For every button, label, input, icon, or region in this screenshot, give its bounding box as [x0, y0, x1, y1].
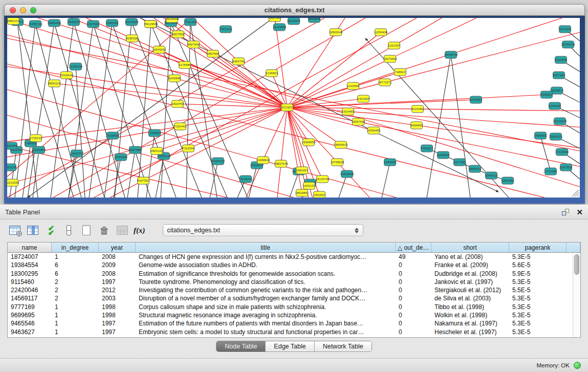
table-cell-pagerank[interactable]: 5.3E-5 — [509, 278, 567, 286]
graph-node[interactable]: 10688609 — [256, 157, 270, 164]
table-mode-icon[interactable] — [62, 224, 75, 237]
table-cell-short[interactable]: de Silva et al. (2003) — [431, 294, 509, 302]
graph-node[interactable]: 16210643 — [553, 118, 567, 125]
table-row[interactable]: 2242004622012Investigating the contribut… — [8, 286, 580, 294]
graph-node[interactable]: 18957598 — [352, 118, 365, 125]
graph-node[interactable]: 8813044 — [308, 18, 320, 23]
graph-node[interactable]: 1167533 — [560, 164, 573, 171]
graph-node[interactable]: 18724007 — [280, 104, 294, 111]
graph-node[interactable]: 8186328 — [126, 35, 138, 42]
graph-node[interactable]: 10543392 — [153, 46, 166, 53]
table-cell-year[interactable]: 2003 — [99, 294, 136, 302]
graph-node[interactable]: 1595833 — [534, 132, 547, 139]
select-columns-icon[interactable]: ✔✔ — [44, 224, 57, 237]
table-cell-name[interactable]: 18300295 — [8, 270, 52, 278]
table-cell-short[interactable]: Jankovic et al. (1997) — [431, 278, 509, 286]
graph-node[interactable]: 8497568 — [269, 18, 281, 21]
graph-node[interactable]: 7511355 — [185, 18, 197, 26]
table-cell-short[interactable]: Franke et al. (2009) — [431, 261, 509, 269]
table-settings-icon[interactable] — [8, 224, 21, 237]
graph-node[interactable]: 1244415 — [549, 102, 561, 110]
column-header-out_degree[interactable]: △ out_de… — [396, 243, 431, 252]
table-row[interactable]: 1830029562008Estimation of significance … — [8, 270, 580, 278]
graph-node[interactable]: 9115460 — [412, 105, 424, 113]
table-row[interactable]: 969969511998Structural magnetic resonanc… — [8, 311, 580, 319]
scrollbar-thumb[interactable] — [574, 254, 579, 275]
table-cell-short[interactable]: Hescheler et al. (1997) — [431, 328, 509, 336]
table-cell-pagerank[interactable]: 5.5E-5 — [509, 286, 567, 294]
table-cell-in_degree[interactable]: 6 — [52, 261, 99, 269]
column-header-in_degree[interactable]: in_degree — [52, 243, 99, 252]
graph-node[interactable]: 11254408 — [374, 29, 388, 36]
close-panel-icon[interactable]: ✕ — [576, 208, 583, 216]
table-cell-out_degree[interactable]: 0 — [396, 303, 431, 311]
table-cell-pagerank[interactable]: 5.3E-5 — [509, 253, 567, 261]
table-cell-name[interactable]: 22420046 — [8, 286, 52, 294]
graph-node[interactable]: 9245033 — [437, 151, 449, 159]
table-cell-name[interactable]: 9463627 — [8, 328, 52, 336]
graph-node[interactable]: 15751074 — [561, 41, 575, 48]
table-cell-name[interactable]: 19384554 — [8, 261, 52, 269]
graph-node[interactable]: 9245012 — [485, 172, 497, 179]
table-cell-year[interactable]: 1998 — [99, 303, 136, 311]
table-scrollbar[interactable] — [573, 253, 580, 337]
graph-node[interactable]: 21053346 — [69, 63, 83, 70]
graph-node[interactable]: 15276028 — [125, 18, 139, 26]
table-cell-pagerank[interactable]: 5.3E-5 — [509, 303, 567, 311]
table-cell-in_degree[interactable]: 1 — [52, 328, 99, 336]
graph-node[interactable]: 20891406 — [48, 19, 61, 27]
graph-node[interactable]: 6466160 — [106, 19, 118, 27]
graph-node[interactable]: 9242848 — [168, 75, 181, 82]
table-cell-out_degree[interactable]: 49 — [396, 253, 431, 261]
column-header-name[interactable]: name — [8, 243, 52, 252]
graph-node[interactable]: 18226058 — [165, 18, 179, 23]
network-table-selector[interactable]: citations_edges.txt — [163, 224, 363, 236]
graph-node[interactable]: 12923446 — [340, 170, 354, 178]
graph-node[interactable]: 8427552 — [137, 177, 149, 184]
graph-node[interactable]: 18130441 — [287, 18, 301, 25]
table-cell-pagerank[interactable]: 5.3E-5 — [509, 294, 567, 302]
table-cell-short[interactable]: Dudbridge et al. (2008) — [431, 270, 509, 278]
graph-node[interactable]: 7152442 — [174, 123, 186, 130]
graph-node[interactable]: 9146821 — [266, 70, 278, 77]
graph-node[interactable]: 10655257 — [67, 18, 81, 26]
graph-node[interactable]: 9827546 — [187, 41, 200, 48]
graph-node[interactable]: 19756928 — [331, 159, 344, 166]
graph-node[interactable]: 9215953 — [470, 96, 482, 103]
table-cell-short[interactable]: Tibbo et al. (1998) — [431, 303, 509, 311]
create-column-icon[interactable] — [80, 224, 93, 237]
graph-node[interactable]: 2803144 — [150, 147, 163, 155]
table-cell-in_degree[interactable]: 2 — [52, 294, 99, 302]
graph-node[interactable]: 1810755 — [171, 100, 184, 107]
graph-node[interactable]: 9850413 — [469, 165, 481, 172]
graph-node[interactable]: 252254 — [314, 191, 325, 198]
graph-node[interactable]: 12213392 — [7, 179, 19, 186]
table-cell-out_degree[interactable]: 0 — [396, 319, 431, 327]
table-cell-in_degree[interactable]: 1 — [52, 311, 99, 319]
table-cell-out_degree[interactable]: 0 — [396, 311, 431, 319]
table-row[interactable]: 1938455462009Genome-wide association stu… — [8, 261, 580, 269]
table-cell-name[interactable]: 9699695 — [8, 311, 52, 319]
window-titlebar[interactable]: citations_edges.txt — [4, 4, 585, 16]
graph-node[interactable]: 9827509 — [172, 31, 184, 38]
table-cell-title[interactable]: Changes of HCN gene expression and I(f) … — [136, 253, 396, 261]
graph-node[interactable]: 1514469 — [342, 108, 354, 115]
table-cell-pagerank[interactable]: 5.9E-5 — [509, 270, 567, 278]
table-row[interactable]: 911546021997Tourette syndrome. Phenomeno… — [8, 278, 580, 286]
table-cell-short[interactable]: Nakamura et al. (1997) — [431, 319, 509, 327]
graph-node[interactable]: 18654923 — [334, 141, 348, 148]
graph-node[interactable]: 10973493 — [383, 55, 397, 62]
table-cell-pagerank[interactable]: 5.3E-5 — [509, 311, 567, 319]
table-cell-title[interactable]: Tourette syndrome. Phenomenology and cla… — [136, 278, 396, 286]
tab-edge-table[interactable]: Edge Table — [266, 341, 314, 352]
table-cell-pagerank[interactable]: 5.3E-5 — [509, 328, 567, 336]
graph-node[interactable]: 18524861 — [295, 189, 309, 196]
table-cell-out_degree[interactable]: 0 — [396, 270, 431, 278]
graph-node[interactable]: 12942757 — [70, 150, 84, 157]
graph-node[interactable]: 17016504 — [555, 148, 569, 156]
table-cell-name[interactable]: 9465546 — [8, 319, 52, 327]
table-cell-out_degree[interactable]: 0 — [396, 328, 431, 336]
graph-node[interactable]: 9097588 — [129, 146, 141, 154]
table-cell-out_degree[interactable]: 0 — [396, 286, 431, 294]
table-row[interactable]: 946554611997Estimation of the future num… — [8, 319, 580, 327]
